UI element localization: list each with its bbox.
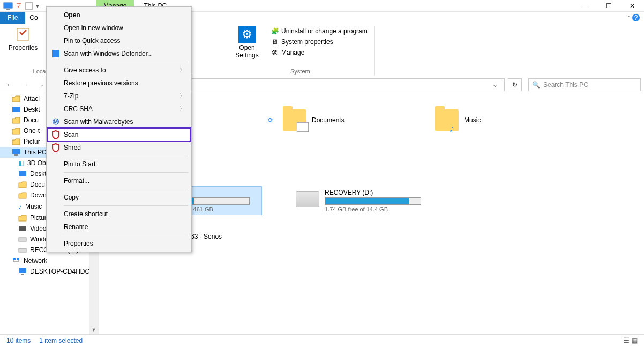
context-menu: OpenOpen in new windowPin to Quick acces… xyxy=(46,6,192,252)
help-icon[interactable]: ? xyxy=(632,14,640,21)
menu-item-label: Open in new window xyxy=(64,24,123,32)
menu-item[interactable]: Scan xyxy=(48,128,190,141)
tree-item-icon xyxy=(12,116,20,124)
submenu-arrow-icon: 〉 xyxy=(179,105,185,113)
system-properties-button[interactable]: 🖥System properties xyxy=(268,36,370,47)
file-tab[interactable]: File xyxy=(0,12,25,24)
tree-item-icon xyxy=(18,181,27,188)
tree-item-icon xyxy=(18,192,27,199)
status-bar: 10 items 1 item selected ☰ ▦ xyxy=(0,334,644,346)
forward-button[interactable]: → xyxy=(19,78,32,91)
maximize-button[interactable]: ☐ xyxy=(597,0,620,12)
scroll-down-icon[interactable]: ▼ xyxy=(89,326,98,334)
open-settings-label: Open Settings xyxy=(231,44,263,59)
menu-item-label: Create shortcut xyxy=(64,210,108,218)
open-settings-button[interactable]: ⚙ Open Settings xyxy=(231,26,263,67)
menu-separator xyxy=(64,172,188,173)
folder-icon xyxy=(283,109,306,131)
manage-button[interactable]: 🛠Manage xyxy=(268,47,370,58)
menu-item[interactable]: Shred xyxy=(48,141,190,154)
tree-item-icon xyxy=(18,236,27,242)
menu-item[interactable]: Open in new window xyxy=(48,21,190,34)
svg-rect-0 xyxy=(4,3,12,8)
menu-item-label: Scan xyxy=(64,131,78,138)
folder-icon: ♪ xyxy=(435,109,459,131)
menu-item-label: CRC SHA xyxy=(64,105,93,113)
menu-item-label: Rename xyxy=(64,223,88,231)
menu-item-label: Pin to Start xyxy=(64,160,95,168)
group-system-label: System xyxy=(290,67,310,75)
drive-label: RECOVERY (D:) xyxy=(325,189,431,196)
tree-item-label: Attacl xyxy=(24,95,40,102)
menu-item-label: 7-Zip xyxy=(64,92,78,100)
svg-rect-1 xyxy=(6,9,10,10)
folder-item[interactable]: ⟳Documents xyxy=(278,106,417,134)
properties-button[interactable]: Properties xyxy=(9,26,38,67)
menu-item-label: Pin to Quick access xyxy=(64,37,120,45)
menu-item[interactable]: ⓂScan with Malwarebytes xyxy=(48,115,190,128)
tree-item-icon xyxy=(12,138,20,145)
tree-item-label: Music xyxy=(25,203,42,210)
svg-rect-12 xyxy=(19,268,26,273)
svg-rect-7 xyxy=(19,226,26,231)
qat-dropdown-icon[interactable]: ▾ xyxy=(36,2,39,10)
checkbox-icon[interactable]: ☑ xyxy=(16,2,22,10)
tree-item-icon xyxy=(18,214,27,222)
tree-item-icon xyxy=(12,149,20,156)
menu-item[interactable]: Format... xyxy=(48,174,190,187)
group-location-label: Locat xyxy=(33,67,48,75)
ribbon-collapse[interactable]: ˆ? xyxy=(624,12,644,24)
svg-rect-9 xyxy=(19,248,26,252)
drive-item[interactable]: RECOVERY (D:)1.74 GB free of 14.4 GB xyxy=(278,187,433,215)
pc-icon xyxy=(3,2,13,10)
menu-item[interactable]: CRC SHA〉 xyxy=(48,102,190,115)
menu-item-label: Format... xyxy=(64,177,89,185)
mcafee-icon xyxy=(51,143,61,152)
tree-item-label: Docu xyxy=(24,116,39,124)
uninstall-program-button[interactable]: 🧩Uninstall or change a program xyxy=(268,26,370,36)
menu-separator xyxy=(64,205,188,206)
menu-item[interactable]: Open xyxy=(48,9,190,21)
address-dropdown-icon[interactable]: ⌄ xyxy=(489,81,501,89)
menu-item[interactable]: Copy xyxy=(48,191,190,204)
view-details-icon[interactable]: ☰ xyxy=(624,337,630,344)
tree-item[interactable]: DESKTOP-CD4HDCU xyxy=(0,266,98,277)
search-icon: 🔍 xyxy=(532,81,540,89)
back-button[interactable]: ← xyxy=(3,78,16,91)
tree-item-label: Docu xyxy=(30,181,45,188)
menu-item[interactable]: Properties xyxy=(48,237,190,250)
refresh-button[interactable]: ↻ xyxy=(508,78,522,91)
drive-free-space: 1.74 GB free of 14.4 GB xyxy=(325,206,431,212)
menu-item[interactable]: Give access to〉 xyxy=(48,64,190,77)
tree-item-label: One-t xyxy=(24,127,40,135)
close-button[interactable]: ✕ xyxy=(620,0,644,12)
menu-item-label: Scan with Malwarebytes xyxy=(64,118,133,126)
menu-item[interactable]: Rename xyxy=(48,220,190,233)
view-tiles-icon[interactable]: ▦ xyxy=(632,337,638,344)
folder-item[interactable]: ♪Music xyxy=(433,106,572,134)
svg-rect-16 xyxy=(52,54,56,57)
qat-more-icon[interactable] xyxy=(25,2,33,10)
computer-tab[interactable]: Co xyxy=(25,12,42,24)
search-box[interactable]: 🔍 Search This PC xyxy=(528,78,641,91)
status-selected-count: 1 item selected xyxy=(39,337,83,344)
menu-item[interactable]: Scan with Windows Defender... xyxy=(48,47,190,60)
submenu-arrow-icon: 〉 xyxy=(179,67,185,74)
menu-item-label: Restore previous versions xyxy=(64,79,138,87)
menu-item[interactable]: Pin to Start xyxy=(48,158,190,171)
menu-item[interactable]: Create shortcut xyxy=(48,208,190,220)
tree-item[interactable]: Network xyxy=(0,255,98,266)
manage-icon: 🛠 xyxy=(271,48,279,57)
svg-rect-5 xyxy=(14,154,18,156)
defender-icon xyxy=(51,49,61,58)
tree-item-label: Network xyxy=(24,257,47,264)
menu-item[interactable]: Restore previous versions xyxy=(48,77,190,90)
tree-item-label: Deskt xyxy=(30,170,47,178)
menu-item[interactable]: Pin to Quick access xyxy=(48,34,190,47)
tree-item-label: Pictur xyxy=(24,138,40,145)
menu-item[interactable]: 7-Zip〉 xyxy=(48,90,190,102)
tree-item-icon xyxy=(12,257,20,264)
tree-item-icon xyxy=(18,171,27,177)
minimize-button[interactable]: — xyxy=(573,0,597,12)
svg-rect-8 xyxy=(19,238,26,241)
